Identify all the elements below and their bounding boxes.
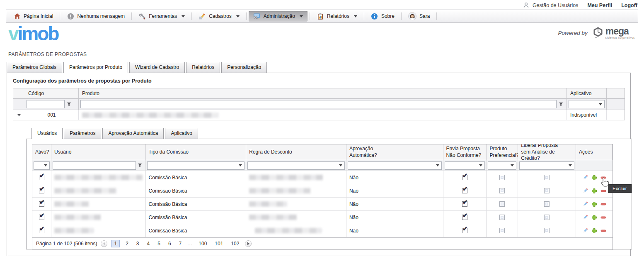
column-header-produto[interactable]: Produto: [79, 88, 567, 99]
column-header-aplicativo[interactable]: Aplicativo: [567, 88, 607, 99]
liberar-cell[interactable]: [518, 184, 576, 198]
preferencial-checkbox[interactable]: [499, 188, 505, 193]
toolbar-item-pagina-inicial[interactable]: Página Inicial: [9, 11, 58, 22]
user-management-link[interactable]: Gestão de Usuários: [523, 2, 578, 9]
delete-icon[interactable]: [600, 214, 607, 220]
delete-icon[interactable]: [600, 227, 607, 234]
preferencial-checkbox[interactable]: [499, 201, 505, 207]
preferencial-cell[interactable]: [487, 211, 518, 224]
page-number[interactable]: 1: [111, 240, 120, 247]
ativo-cell[interactable]: [32, 211, 51, 224]
tipo-comissao-filter-select[interactable]: [147, 161, 245, 170]
page-number[interactable]: 100: [196, 240, 209, 247]
envia-cell[interactable]: [443, 198, 487, 211]
toolbar-item-ferramentas[interactable]: Ferramentas: [134, 11, 189, 22]
add-icon[interactable]: [591, 201, 598, 207]
ativo-checkbox[interactable]: [39, 228, 44, 233]
edit-icon[interactable]: [582, 214, 588, 220]
column-header-ativo[interactable]: Ativo?: [32, 144, 51, 160]
page-number[interactable]: 4: [145, 240, 152, 247]
column-header-codigo[interactable]: Código: [25, 88, 79, 99]
table-row[interactable]: Comissão Básica Não: [32, 171, 613, 184]
ativo-cell[interactable]: [32, 184, 51, 198]
produto-filter-input[interactable]: [80, 100, 557, 108]
tab-relatorios[interactable]: Relatórios: [186, 62, 220, 73]
table-row[interactable]: Comissão Básica Não: [32, 184, 613, 198]
table-row[interactable]: Comissão Básica Não: [32, 224, 613, 237]
liberar-checkbox[interactable]: [544, 188, 550, 193]
toolbar-item-mensagens[interactable]: Nenhuma mensagem: [62, 11, 129, 22]
preferencial-checkbox[interactable]: [499, 215, 505, 220]
tab-usuarios[interactable]: Usuários: [31, 128, 63, 139]
page-number[interactable]: 102: [229, 240, 241, 247]
usuario-filter-input[interactable]: [53, 161, 136, 170]
tab-aplicativo[interactable]: Aplicativo: [165, 128, 198, 139]
column-header-regra-desconto[interactable]: Regra de Desconto: [246, 144, 346, 160]
next-page-button[interactable]: [245, 240, 252, 247]
edit-icon[interactable]: [582, 188, 588, 194]
preferencial-cell[interactable]: [487, 171, 518, 184]
page-number[interactable]: 2: [123, 240, 131, 247]
add-icon[interactable]: [591, 188, 598, 194]
filter-funnel-icon[interactable]: [557, 100, 565, 108]
edit-icon[interactable]: [582, 201, 588, 207]
product-row[interactable]: 001 Indisponível: [13, 110, 625, 120]
table-row[interactable]: Comissão Básica Não: [32, 211, 613, 224]
liberar-cell[interactable]: [518, 224, 576, 237]
ativo-cell[interactable]: [32, 224, 51, 237]
liberar-cell[interactable]: [518, 171, 576, 184]
column-header-aprovacao-automatica[interactable]: Aprovação Automática?: [346, 144, 443, 160]
preferencial-cell[interactable]: [487, 224, 518, 237]
toolbar-item-relatorios[interactable]: Relatórios: [312, 11, 362, 22]
collapse-row-icon[interactable]: [17, 114, 21, 116]
ativo-checkbox[interactable]: [39, 201, 44, 207]
aplicativo-filter-select[interactable]: [569, 100, 605, 108]
envia-cell[interactable]: [443, 211, 487, 224]
liberar-checkbox[interactable]: [544, 215, 550, 220]
row-expander-cell[interactable]: [13, 110, 25, 120]
column-header-produto-preferencial[interactable]: Produto Preferencial?: [487, 144, 518, 160]
envia-cell[interactable]: [443, 171, 487, 184]
toolbar-item-cadastros[interactable]: Cadastros: [194, 11, 244, 22]
ativo-checkbox[interactable]: [39, 188, 44, 193]
add-icon[interactable]: [591, 174, 598, 181]
envia-checkbox[interactable]: [462, 215, 467, 220]
column-header-usuario[interactable]: Usuário: [51, 144, 146, 160]
ativo-checkbox[interactable]: [39, 215, 44, 220]
envia-checkbox[interactable]: [462, 175, 467, 180]
liberar-checkbox[interactable]: [544, 201, 550, 207]
envia-filter-select[interactable]: [445, 161, 485, 170]
add-icon[interactable]: [591, 227, 598, 234]
ativo-cell[interactable]: [32, 171, 51, 184]
envia-checkbox[interactable]: [462, 188, 467, 193]
table-row[interactable]: Comissão Básica Não: [32, 198, 613, 211]
logoff-link[interactable]: Logoff: [621, 2, 637, 8]
preferencial-checkbox[interactable]: [499, 175, 505, 180]
page-number[interactable]: 101: [213, 240, 225, 247]
toolbar-item-administracao[interactable]: Administração: [249, 11, 307, 22]
envia-cell[interactable]: [443, 224, 487, 237]
tab-parametros[interactable]: Parâmetros: [64, 128, 101, 139]
envia-cell[interactable]: [443, 184, 487, 198]
my-profile-link[interactable]: Meu Perfil: [587, 2, 612, 8]
prev-page-button[interactable]: [101, 240, 107, 247]
toolbar-item-sobre[interactable]: Sobre: [366, 11, 399, 22]
column-header-tipo-comissao[interactable]: Tipo da Comissão: [146, 144, 247, 160]
ativo-cell[interactable]: [32, 198, 51, 211]
page-number[interactable]: 7: [177, 240, 184, 247]
delete-icon[interactable]: [600, 201, 607, 207]
tab-parametros-por-produto[interactable]: Parâmetros por Produto: [63, 62, 128, 73]
preferencial-filter-select[interactable]: [488, 161, 516, 170]
tab-parametros-globais[interactable]: Parâmetros Globais: [7, 62, 62, 73]
page-number[interactable]: 3: [134, 240, 141, 247]
ativo-checkbox[interactable]: [39, 175, 44, 180]
envia-checkbox[interactable]: [462, 228, 467, 233]
codigo-filter-input[interactable]: [27, 100, 65, 108]
filter-funnel-icon[interactable]: [136, 161, 144, 170]
liberar-filter-select[interactable]: [519, 161, 574, 170]
edit-icon[interactable]: [582, 174, 588, 181]
liberar-checkbox[interactable]: [544, 228, 550, 233]
page-number[interactable]: 5: [155, 240, 162, 247]
envia-checkbox[interactable]: [462, 201, 467, 207]
tab-wizard-de-cadastro[interactable]: Wizard de Cadastro: [129, 62, 185, 73]
